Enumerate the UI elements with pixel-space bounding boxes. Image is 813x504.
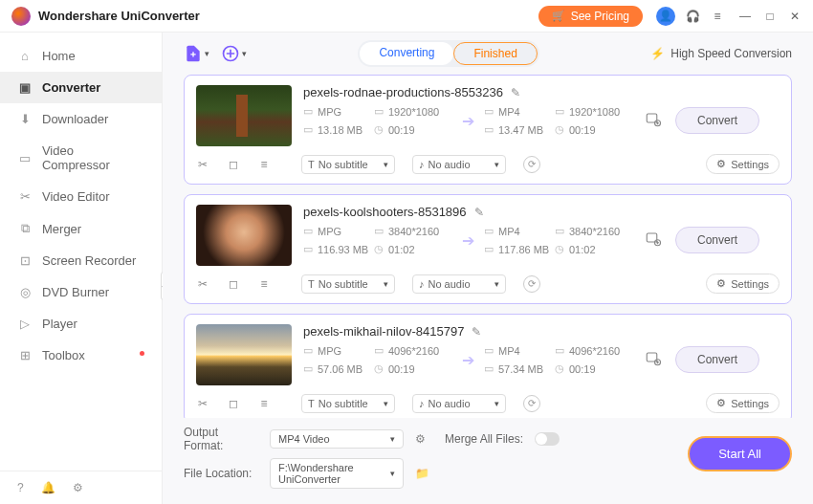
close-button[interactable]: ✕ bbox=[788, 10, 802, 23]
sidebar-item-toolbox[interactable]: ⊞Toolbox bbox=[0, 340, 162, 371]
info-button[interactable]: ⟳ bbox=[523, 395, 540, 412]
tab-converting[interactable]: Converting bbox=[360, 42, 453, 65]
video-thumbnail[interactable] bbox=[196, 85, 292, 146]
edit-name-icon[interactable]: ✎ bbox=[511, 86, 520, 99]
subtitle-icon: T bbox=[308, 159, 315, 170]
settings-button[interactable]: ⚙Settings bbox=[706, 154, 780, 174]
gear-icon: ⚙ bbox=[716, 397, 726, 409]
footer: Output Format: MP4 Video ▾ ⚙ Merge All F… bbox=[163, 418, 813, 504]
subtitle-select[interactable]: TNo subtitle▾ bbox=[301, 274, 395, 294]
subtitle-value: No subtitle bbox=[319, 278, 368, 290]
output-settings-icon[interactable] bbox=[645, 350, 662, 370]
file-location-label: File Location: bbox=[184, 467, 258, 480]
size-icon: ▭ bbox=[484, 362, 494, 375]
screen-recorder-icon: ⊡ bbox=[17, 253, 33, 268]
audio-select[interactable]: ♪No audio▾ bbox=[412, 274, 506, 294]
output-settings-icon[interactable] bbox=[645, 230, 662, 251]
merger-icon: ⧉ bbox=[17, 221, 33, 236]
resolution-icon: ▭ bbox=[374, 105, 384, 118]
support-icon[interactable]: 🎧 bbox=[685, 10, 700, 23]
clock-icon: ◷ bbox=[555, 362, 564, 375]
size-icon: ▭ bbox=[303, 243, 313, 255]
edit-name-icon[interactable]: ✎ bbox=[474, 206, 484, 219]
dst-format: ▭MP4 bbox=[484, 225, 551, 237]
sidebar-item-home[interactable]: ⌂Home bbox=[0, 40, 162, 72]
sidebar-item-dvd-burner[interactable]: ◎DVD Burner bbox=[0, 276, 162, 308]
sidebar-item-converter[interactable]: ▣Converter bbox=[0, 72, 162, 103]
effects-icon[interactable]: ≡ bbox=[257, 277, 271, 291]
app-title: Wondershare UniConverter bbox=[38, 9, 200, 23]
edit-name-icon[interactable]: ✎ bbox=[472, 325, 481, 339]
video-thumbnail[interactable] bbox=[196, 205, 292, 266]
convert-button[interactable]: Convert bbox=[675, 107, 759, 134]
add-file-button[interactable]: ▾ bbox=[184, 44, 209, 63]
format-icon: ▭ bbox=[303, 225, 313, 237]
notifications-icon[interactable]: 🔔 bbox=[41, 481, 55, 494]
file-card: pexels-koolshooters-8531896 ✎ ▭MPG ▭116.… bbox=[184, 194, 792, 304]
sidebar-item-video-compressor[interactable]: ▭Video Compressor bbox=[0, 135, 162, 181]
settings-label: Settings bbox=[731, 159, 769, 170]
file-location-select[interactable]: F:\Wondershare UniConverter ▾ bbox=[270, 458, 404, 489]
open-folder-icon[interactable]: 📁 bbox=[415, 467, 429, 480]
audio-select[interactable]: ♪No audio▾ bbox=[412, 394, 506, 413]
toolbox-icon: ⊞ bbox=[17, 348, 33, 362]
merge-toggle[interactable] bbox=[535, 432, 560, 446]
see-pricing-button[interactable]: 🛒 See Pricing bbox=[538, 6, 643, 27]
menu-icon[interactable]: ≡ bbox=[710, 10, 725, 23]
crop-icon[interactable]: ◻ bbox=[227, 158, 240, 171]
minimize-button[interactable]: — bbox=[738, 10, 752, 23]
sidebar-item-merger[interactable]: ⧉Merger bbox=[0, 212, 162, 245]
maximize-button[interactable]: □ bbox=[763, 10, 777, 23]
file-name: pexels-koolshooters-8531896 bbox=[303, 205, 467, 219]
trim-icon[interactable]: ✂ bbox=[196, 277, 209, 291]
subtitle-icon: T bbox=[308, 278, 315, 290]
resolution-icon: ▭ bbox=[374, 344, 384, 357]
settings-label: Settings bbox=[731, 398, 769, 409]
video-thumbnail[interactable] bbox=[196, 324, 292, 385]
chevron-down-icon: ▾ bbox=[242, 49, 247, 58]
user-avatar[interactable]: 👤 bbox=[656, 7, 675, 26]
trim-icon[interactable]: ✂ bbox=[196, 158, 209, 171]
gear-icon: ⚙ bbox=[716, 277, 726, 290]
src-format: ▭MPG bbox=[303, 105, 370, 118]
sidebar-item-downloader[interactable]: ⬇Downloader bbox=[0, 103, 162, 135]
convert-button[interactable]: Convert bbox=[675, 346, 759, 373]
src-resolution: ▭4096*2160 bbox=[374, 344, 452, 357]
output-settings-icon[interactable] bbox=[645, 111, 662, 131]
crop-icon[interactable]: ◻ bbox=[227, 277, 240, 291]
sidebar-item-video-editor[interactable]: ✂Video Editor bbox=[0, 181, 162, 212]
trim-icon[interactable]: ✂ bbox=[196, 397, 209, 410]
convert-button[interactable]: Convert bbox=[675, 227, 759, 253]
src-duration: ◷00:19 bbox=[374, 123, 452, 136]
tab-finished[interactable]: Finished bbox=[453, 42, 537, 65]
sidebar-item-screen-recorder[interactable]: ⊡Screen Recorder bbox=[0, 245, 162, 276]
help-icon[interactable]: ? bbox=[17, 481, 24, 494]
high-speed-toggle[interactable]: ⚡ High Speed Conversion bbox=[650, 47, 792, 60]
sidebar-item-player[interactable]: ▷Player bbox=[0, 308, 162, 340]
status-tabs: Converting Finished bbox=[358, 40, 538, 67]
sidebar-item-label: Toolbox bbox=[42, 348, 85, 362]
add-url-button[interactable]: ▾ bbox=[221, 44, 247, 63]
settings-icon[interactable]: ⚙ bbox=[73, 481, 83, 494]
resolution-icon: ▭ bbox=[555, 225, 564, 237]
audio-value: No audio bbox=[428, 159, 471, 170]
output-settings-icon[interactable]: ⚙ bbox=[415, 432, 426, 446]
video-compressor-icon: ▭ bbox=[17, 151, 33, 165]
clock-icon: ◷ bbox=[374, 123, 384, 136]
effects-icon[interactable]: ≡ bbox=[257, 158, 271, 171]
info-button[interactable]: ⟳ bbox=[523, 156, 540, 173]
settings-button[interactable]: ⚙Settings bbox=[706, 274, 780, 294]
info-button[interactable]: ⟳ bbox=[523, 275, 540, 293]
settings-button[interactable]: ⚙Settings bbox=[706, 393, 780, 413]
sidebar: ⌂Home▣Converter⬇Downloader▭Video Compres… bbox=[0, 33, 163, 504]
audio-value: No audio bbox=[428, 398, 471, 409]
subtitle-select[interactable]: TNo subtitle▾ bbox=[301, 155, 395, 174]
crop-icon[interactable]: ◻ bbox=[227, 397, 240, 410]
subtitle-select[interactable]: TNo subtitle▾ bbox=[301, 394, 395, 413]
dst-resolution: ▭1920*1080 bbox=[555, 105, 633, 118]
effects-icon[interactable]: ≡ bbox=[257, 397, 271, 410]
file-name: pexels-mikhail-nilov-8415797 bbox=[303, 324, 464, 339]
format-icon: ▭ bbox=[484, 105, 494, 118]
audio-select[interactable]: ♪No audio▾ bbox=[412, 155, 506, 174]
output-format-select[interactable]: MP4 Video ▾ bbox=[270, 429, 404, 449]
